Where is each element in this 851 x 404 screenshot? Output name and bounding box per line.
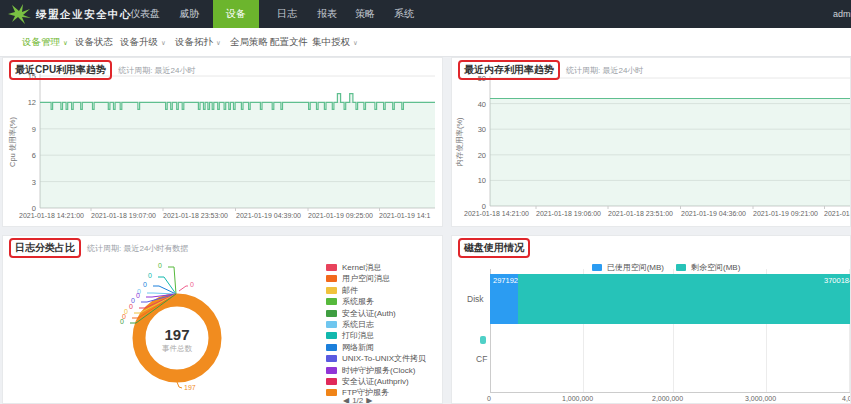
x-axis-tick: 2021-01-1 [824, 210, 851, 217]
nav-item-3[interactable]: 日志 [273, 0, 301, 28]
memory-trend-panel: 最近内存利用率趋势 统计周期: 最近24小时 010203040502021-0… [451, 57, 851, 227]
stat-period-label: 统计周期: 最近24小时 [118, 65, 195, 76]
memory-chart: 010203040502021-01-18 14:21:002021-01-18… [452, 58, 850, 226]
legend-swatch [326, 355, 337, 362]
x-axis-tick: 4,0 [842, 395, 851, 402]
annotation-box: 磁盘使用情况 [458, 238, 530, 258]
legend-item[interactable]: 安全认证(Auth) [326, 308, 396, 319]
legend-item[interactable]: 系统日志 [326, 319, 374, 330]
nav-item-0[interactable]: 仪表盘 [128, 0, 162, 28]
disk-usage-panel: 磁盘使用情况 已使用空间(MB)剩余空间(MB)2971923700184Dis… [451, 235, 851, 404]
legend-label: 安全认证(Authpriv) [342, 376, 409, 387]
donut-total: 197 [164, 326, 189, 343]
legend-label: 系统日志 [342, 319, 374, 330]
cpu-trend-panel: 最近CPU利用率趋势 统计周期: 最近24小时 036912152021-01-… [2, 57, 443, 227]
callout-line [147, 293, 176, 294]
nsfocus-logo-icon [6, 4, 32, 24]
callout-label: 0 [158, 262, 162, 269]
y-axis-label: Cpu 使用率(%) [8, 92, 18, 192]
x-axis-tick: 2021-01-19 09:21:00 [753, 210, 818, 217]
legend-label: 用户空间消息 [342, 273, 390, 284]
legend-label: Kernel消息 [342, 262, 381, 273]
legend-swatch [676, 264, 686, 271]
legend-item[interactable]: 已使用空间(MB) [592, 262, 664, 273]
subnav-item-label: 设备管理 [22, 36, 60, 47]
legend-label: 已使用空间(MB) [607, 262, 664, 273]
legend-item[interactable]: 时钟守护服务(Clock) [326, 365, 415, 376]
pager-prev-icon[interactable]: ◀ [343, 396, 349, 404]
x-axis-tick: 2021-01-18 19:07:00 [91, 212, 156, 219]
subnav-item-0[interactable]: 设备管理∨ [22, 28, 68, 55]
callout-line [179, 286, 188, 291]
legend-item[interactable]: 打印消息 [326, 330, 374, 341]
chevron-down-icon: ∨ [161, 39, 166, 46]
donut-total-label: 事件总数 [162, 344, 192, 354]
disk-chart: 已使用空间(MB)剩余空间(MB)2971923700184DiskCF01,0… [452, 236, 850, 403]
disk-row-label: Disk [467, 294, 484, 304]
x-axis-tick: 2021-01-19 09:25:00 [308, 212, 373, 219]
subnav-item-1[interactable]: 设备状态 [75, 28, 113, 55]
subnav-item-6[interactable]: 集中授权∨ [312, 28, 358, 55]
legend-swatch [326, 367, 337, 374]
cpu-chart-canvas [3, 58, 442, 226]
subnav-item-label: 设备拓扑 [175, 36, 213, 47]
x-axis-tick: 2021-01-19 04:39:00 [236, 212, 301, 219]
series-area [40, 94, 435, 208]
disk-free-bar [518, 274, 851, 324]
callout-line [158, 277, 176, 294]
nav-item-2[interactable]: 设备 [213, 0, 259, 28]
chevron-down-icon: ∨ [63, 39, 68, 46]
x-axis-tick: 2021-01-18 14:21:00 [464, 210, 529, 217]
legend-swatch [326, 332, 337, 339]
disk-free-value: 3700184 [824, 276, 851, 285]
callout-label: 0 [129, 303, 133, 310]
callout-line [168, 267, 176, 294]
nav-item-1[interactable]: 威胁 [175, 0, 203, 28]
legend-swatch [326, 389, 337, 396]
legend-item[interactable]: UNIX-To-UNIX文件拷贝 [326, 353, 426, 364]
legend-item[interactable]: 安全认证(Authpriv) [326, 376, 409, 387]
legend-item[interactable]: 用户空间消息 [326, 273, 390, 284]
legend-item[interactable]: 剩余空间(MB) [676, 262, 740, 273]
x-axis-tick: 1,000,000 [562, 395, 593, 402]
subnav-item-2[interactable]: 设备升级∨ [120, 28, 166, 55]
annotation-box: 最近CPU利用率趋势 [9, 60, 112, 80]
nav-item-5[interactable]: 策略 [351, 0, 379, 28]
cf-mini-bar [480, 336, 486, 344]
callout-label: 0 [190, 281, 194, 288]
legend-label: 剩余空间(MB) [691, 262, 740, 273]
x-axis-tick: 2021-01-19 04:36:00 [681, 210, 746, 217]
x-axis-tick: 2021-01-19 14:1 [379, 212, 430, 219]
legend-label: 系统服务 [342, 296, 374, 307]
subnav-item-4[interactable]: 全局策略 [230, 28, 268, 55]
subnav-item-3[interactable]: 设备拓扑∨ [175, 28, 221, 55]
subnav-item-label: 设备升级 [120, 36, 158, 47]
x-axis-line [490, 392, 850, 393]
legend-label: UNIX-To-UNIX文件拷贝 [342, 353, 426, 364]
x-axis-tick: 3,000,000 [745, 395, 776, 402]
top-navigation: 绿盟企业安全中心 仪表盘威胁设备日志报表策略系统 admin [0, 0, 851, 28]
legend-item[interactable]: 系统服务 [326, 296, 374, 307]
legend-swatch [326, 264, 337, 271]
legend-label: 打印消息 [342, 330, 374, 341]
x-axis-tick: 2,000,000 [652, 395, 683, 402]
user-menu[interactable]: admin [833, 0, 851, 28]
log-share-panel: 日志分类占比 统计周期: 最近24小时有数据 00000000000197197… [2, 235, 443, 404]
nav-item-4[interactable]: 报表 [313, 0, 341, 28]
pager-next-icon[interactable]: ▶ [366, 396, 372, 404]
panel-header: 最近CPU利用率趋势 统计周期: 最近24小时 [9, 59, 195, 81]
subnav-item-5[interactable]: 配置文件 [270, 28, 308, 55]
subnav-item-label: 设备状态 [75, 36, 113, 47]
pager-page-label: 1/2 [352, 396, 363, 404]
legend-swatch [326, 310, 337, 317]
stat-period-label: 统计周期: 最近24小时 [566, 65, 643, 76]
panel-title: 日志分类占比 [15, 241, 75, 255]
legend-item[interactable]: 网络新闻 [326, 342, 374, 353]
nav-item-6[interactable]: 系统 [390, 0, 418, 28]
legend-item[interactable]: Kernel消息 [326, 262, 381, 273]
panel-title: 最近内存利用率趋势 [464, 63, 554, 77]
legend-swatch [326, 287, 337, 294]
panel-header: 磁盘使用情况 [458, 237, 530, 259]
legend-swatch [592, 264, 602, 271]
legend-item[interactable]: 邮件 [326, 285, 358, 296]
